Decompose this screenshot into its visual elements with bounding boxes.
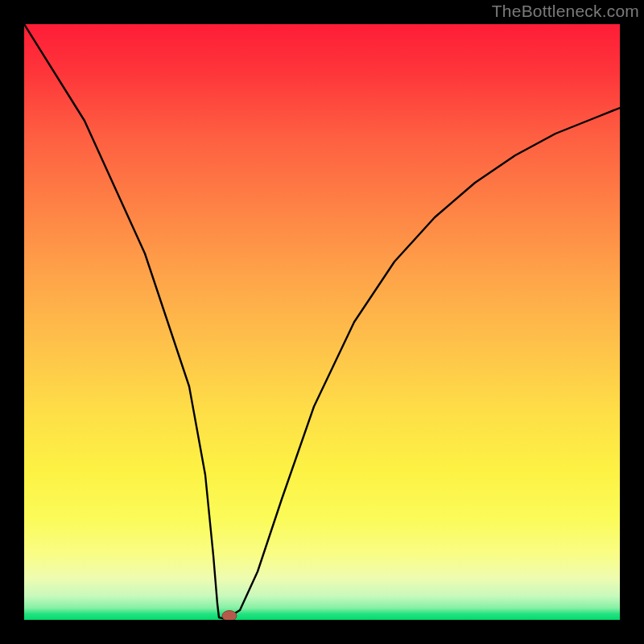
bottleneck-curve-path [24, 24, 620, 619]
chart-frame: TheBottleneck.com [0, 0, 644, 644]
curve-layer [24, 24, 620, 620]
plot-area [24, 24, 620, 620]
watermark-text: TheBottleneck.com [492, 2, 639, 21]
minimum-marker [222, 611, 237, 621]
